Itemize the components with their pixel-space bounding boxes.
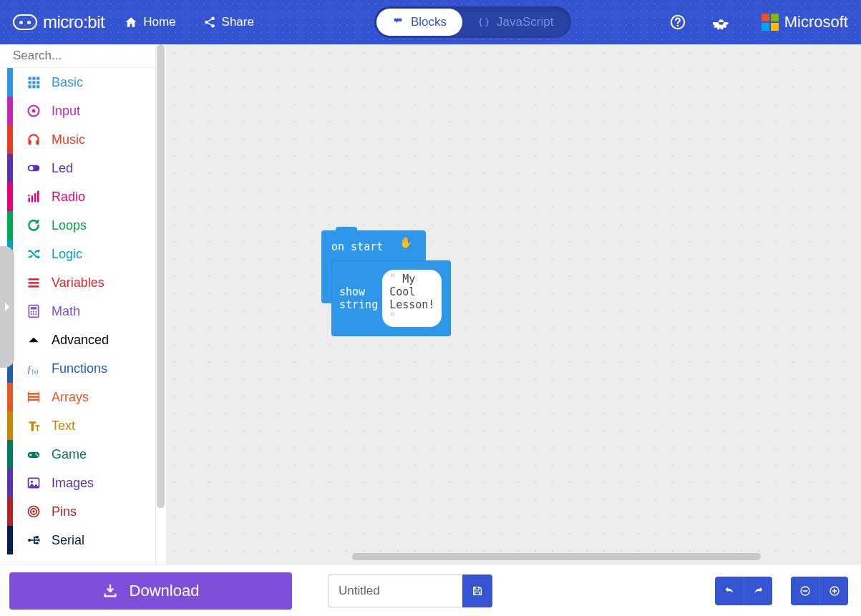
logo-text: micro:bit	[43, 12, 104, 32]
category-music[interactable]: Music	[0, 125, 155, 154]
image-icon	[26, 476, 42, 490]
category-label: Input	[52, 104, 80, 119]
category-label: Game	[52, 447, 87, 462]
toggle-icon	[26, 161, 42, 175]
download-button[interactable]: Download	[9, 572, 292, 610]
adv-category-serial[interactable]: Serial	[0, 526, 155, 554]
category-label: Radio	[52, 190, 85, 205]
svg-rect-22	[31, 195, 34, 202]
category-led[interactable]: Led	[0, 154, 155, 182]
category-label: Logic	[52, 247, 82, 262]
adv-category-images[interactable]: Images	[0, 469, 155, 497]
project-name-input[interactable]	[328, 575, 462, 607]
advanced-label: Advanced	[52, 333, 109, 348]
redo-button[interactable]	[744, 577, 772, 605]
blocks-label: Blocks	[411, 15, 447, 29]
blocks-workspace[interactable]: on start ✋ show string " My Cool Lesson!…	[166, 44, 861, 564]
main-area: BasicInputMusicLedRadioLoopsLogicVariabl…	[0, 44, 861, 564]
microsoft-logo[interactable]: Microsoft	[762, 13, 848, 31]
fx-icon: f(x)	[26, 361, 42, 376]
adv-category-text[interactable]: Text	[0, 411, 155, 440]
category-sidebar: BasicInputMusicLedRadioLoopsLogicVariabl…	[0, 44, 156, 564]
footer-bar: Download	[0, 564, 861, 616]
adv-category-game[interactable]: Game	[0, 440, 155, 469]
category-label: Images	[52, 476, 94, 491]
svg-rect-28	[29, 285, 39, 288]
svg-rect-12	[29, 85, 31, 88]
plus-icon	[829, 585, 840, 597]
category-basic[interactable]: Basic	[0, 68, 155, 97]
adv-category-functions[interactable]: f(x)Functions	[0, 354, 155, 383]
category-label: Serial	[52, 533, 84, 548]
svg-point-52	[36, 542, 38, 544]
svg-rect-41	[29, 399, 39, 401]
category-label: Text	[52, 419, 75, 434]
blocks-mode-button[interactable]: Blocks	[376, 9, 462, 36]
svg-rect-21	[29, 198, 31, 202]
shuffle-icon	[26, 247, 42, 261]
undo-button[interactable]	[715, 577, 744, 605]
show-string-block[interactable]: show string " My Cool Lesson! "	[331, 260, 451, 336]
adv-category-pins[interactable]: Pins	[0, 497, 155, 526]
text-icon	[26, 419, 42, 433]
string-value-input[interactable]: " My Cool Lesson! "	[382, 270, 442, 327]
svg-point-44	[37, 455, 38, 456]
js-label: JavaScript	[497, 15, 553, 29]
javascript-mode-button[interactable]: JavaScript	[462, 9, 569, 36]
show-string-label: show string	[339, 285, 378, 311]
redo-icon	[753, 585, 764, 597]
category-label: Math	[52, 304, 80, 319]
category-loops[interactable]: Loops	[0, 211, 155, 240]
sidebar-scrollbar[interactable]	[157, 44, 165, 508]
svg-rect-9	[29, 81, 31, 84]
share-button[interactable]: Share	[196, 11, 261, 34]
svg-rect-51	[36, 536, 38, 538]
category-label: Variables	[52, 275, 104, 290]
svg-point-46	[31, 481, 33, 483]
category-math[interactable]: Math	[0, 297, 155, 326]
download-label: Download	[130, 582, 200, 600]
category-radio[interactable]: Radio	[0, 182, 155, 211]
gear-icon[interactable]	[713, 14, 729, 30]
zoom-in-button[interactable]	[819, 577, 848, 605]
svg-text:f: f	[28, 364, 31, 374]
on-start-block[interactable]: on start ✋ show string " My Cool Lesson!…	[321, 230, 426, 303]
pin-icon	[26, 504, 42, 519]
category-variables[interactable]: Variables	[0, 268, 155, 297]
calc-icon	[26, 304, 42, 318]
svg-rect-13	[32, 85, 35, 88]
home-button[interactable]: Home	[117, 11, 183, 34]
category-logic[interactable]: Logic	[0, 240, 155, 268]
category-label: Basic	[52, 75, 83, 90]
mode-switch: Blocks JavaScript	[374, 6, 571, 38]
gamepad-icon	[26, 447, 42, 461]
svg-rect-26	[29, 278, 39, 280]
simulator-collapse-tab[interactable]	[0, 246, 14, 368]
zoom-group	[791, 577, 848, 605]
svg-rect-39	[29, 393, 39, 395]
adv-category-arrays[interactable]: Arrays	[0, 383, 155, 411]
workspace-scrollbar[interactable]	[352, 553, 761, 560]
microbit-logo[interactable]: micro:bit	[13, 12, 104, 32]
list-icon	[26, 275, 42, 290]
share-label: Share	[222, 15, 254, 29]
category-input[interactable]: Input	[0, 97, 155, 125]
zoom-out-button[interactable]	[791, 577, 819, 605]
svg-point-36	[35, 313, 37, 315]
save-button[interactable]	[462, 575, 492, 607]
svg-point-49	[32, 510, 34, 512]
refresh-icon	[26, 218, 42, 233]
chevron-right-icon	[3, 302, 11, 312]
svg-point-16	[32, 109, 36, 113]
share-icon	[203, 16, 216, 29]
search-input[interactable]	[13, 49, 165, 63]
category-label: Pins	[52, 504, 77, 519]
category-label: Arrays	[52, 390, 89, 405]
bars-icon	[26, 190, 42, 204]
svg-rect-11	[37, 81, 39, 84]
advanced-toggle[interactable]: Advanced	[0, 326, 155, 354]
svg-rect-27	[29, 282, 39, 284]
save-icon	[472, 585, 483, 597]
svg-point-33	[35, 311, 37, 313]
help-icon[interactable]	[670, 14, 686, 30]
